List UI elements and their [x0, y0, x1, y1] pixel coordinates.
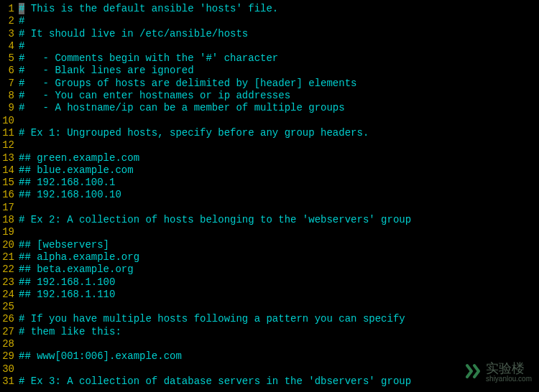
- code-line[interactable]: 28: [0, 338, 539, 350]
- code-line[interactable]: 4#: [0, 40, 539, 52]
- line-content: ## www[001:006].example.com: [17, 350, 182, 363]
- code-line[interactable]: 29## www[001:006].example.com: [0, 350, 539, 363]
- line-number: 30: [0, 363, 17, 375]
- line-content: ## 192.168.1.110: [17, 289, 115, 301]
- line-number: 13: [0, 152, 17, 164]
- code-line[interactable]: 20## [webservers]: [0, 239, 539, 251]
- line-content: # Ex 1: Ungrouped hosts, specify before …: [17, 127, 369, 139]
- code-line[interactable]: 6# - Blank lines are ignored: [0, 65, 539, 77]
- line-content: # - Blank lines are ignored: [17, 65, 194, 77]
- line-number: 9: [0, 102, 17, 114]
- line-content: # This is the default ansible 'hosts' fi…: [17, 3, 278, 15]
- line-content: ## 192.168.100.1: [17, 177, 115, 189]
- line-number: 2: [0, 15, 17, 27]
- line-content: [17, 301, 19, 313]
- line-number: 11: [0, 127, 17, 139]
- line-number: 3: [0, 28, 17, 40]
- line-number: 27: [0, 326, 17, 338]
- code-line[interactable]: 31# Ex 3: A collection of database serve…: [0, 375, 539, 388]
- code-line[interactable]: 14## blue.example.com: [0, 164, 539, 177]
- code-line[interactable]: 11# Ex 1: Ungrouped hosts, specify befor…: [0, 127, 539, 139]
- code-line[interactable]: 8# - You can enter hostnames or ip addre…: [0, 90, 539, 102]
- line-content: # - Comments begin with the '#' characte…: [17, 52, 278, 65]
- line-content: ## alpha.example.org: [17, 251, 139, 263]
- line-content: ## green.example.com: [17, 152, 139, 164]
- line-number: 1: [0, 3, 17, 15]
- code-line[interactable]: 16## 192.168.100.10: [0, 189, 539, 201]
- line-number: 12: [0, 139, 17, 151]
- line-content: ## beta.example.org: [17, 263, 134, 276]
- line-number: 7: [0, 78, 17, 90]
- line-content: # - Groups of hosts are delimited by [he…: [17, 78, 356, 90]
- code-line[interactable]: 23## 192.168.1.100: [0, 276, 539, 289]
- line-content: #: [17, 40, 24, 52]
- code-line[interactable]: 2#: [0, 15, 539, 27]
- code-line[interactable]: 5# - Comments begin with the '#' charact…: [0, 52, 539, 65]
- line-content: # Ex 3: A collection of database servers…: [17, 375, 411, 388]
- line-content: # - You can enter hostnames or ip addres…: [17, 90, 290, 102]
- code-line[interactable]: 26# If you have multiple hosts following…: [0, 313, 539, 325]
- line-number: 19: [0, 226, 17, 238]
- line-number: 14: [0, 164, 17, 177]
- line-content: [17, 226, 19, 238]
- line-number: 10: [0, 115, 17, 127]
- code-line[interactable]: 13## green.example.com: [0, 152, 539, 164]
- line-content: # It should live in /etc/ansible/hosts: [17, 28, 248, 40]
- line-content: [17, 139, 19, 151]
- line-number: 26: [0, 313, 17, 325]
- line-content: # - A hostname/ip can be a member of mul…: [17, 102, 345, 114]
- line-number: 20: [0, 239, 17, 251]
- line-content: ## 192.168.100.10: [17, 189, 121, 201]
- code-line[interactable]: 15## 192.168.100.1: [0, 177, 539, 189]
- code-line[interactable]: 7# - Groups of hosts are delimited by [h…: [0, 78, 539, 90]
- code-line[interactable]: 19: [0, 226, 539, 238]
- line-content: # them like this:: [17, 326, 121, 338]
- line-content: #: [17, 15, 24, 27]
- code-line[interactable]: 22## beta.example.org: [0, 263, 539, 276]
- code-line[interactable]: 10: [0, 115, 539, 127]
- line-number: 5: [0, 52, 17, 65]
- line-number: 29: [0, 350, 17, 363]
- line-number: 31: [0, 375, 17, 388]
- cursor: #: [19, 3, 24, 14]
- line-content: [17, 115, 19, 127]
- line-number: 21: [0, 251, 17, 263]
- line-number: 18: [0, 214, 17, 226]
- line-number: 6: [0, 65, 17, 77]
- code-line[interactable]: 21## alpha.example.org: [0, 251, 539, 263]
- code-line[interactable]: 24## 192.168.1.110: [0, 289, 539, 301]
- code-line[interactable]: 27# them like this:: [0, 326, 539, 338]
- line-number: 8: [0, 90, 17, 102]
- line-number: 25: [0, 301, 17, 313]
- code-line[interactable]: 18# Ex 2: A collection of hosts belongin…: [0, 214, 539, 226]
- line-number: 15: [0, 177, 17, 189]
- line-number: 24: [0, 289, 17, 301]
- code-line[interactable]: 30: [0, 363, 539, 375]
- line-number: 16: [0, 189, 17, 201]
- code-line[interactable]: 1# This is the default ansible 'hosts' f…: [0, 3, 539, 15]
- line-number: 22: [0, 263, 17, 276]
- line-number: 23: [0, 276, 17, 289]
- line-content: # If you have multiple hosts following a…: [17, 313, 405, 325]
- line-number: 17: [0, 202, 17, 214]
- line-content: ## [webservers]: [17, 239, 109, 251]
- code-line[interactable]: 17: [0, 202, 539, 214]
- code-line[interactable]: 3# It should live in /etc/ansible/hosts: [0, 28, 539, 40]
- line-number: 28: [0, 338, 17, 350]
- line-content: # Ex 2: A collection of hosts belonging …: [17, 214, 411, 226]
- line-content: [17, 202, 19, 214]
- line-content: [17, 338, 19, 350]
- code-editor[interactable]: 1# This is the default ansible 'hosts' f…: [0, 0, 539, 388]
- line-number: 4: [0, 40, 17, 52]
- line-content: ## 192.168.1.100: [17, 276, 115, 289]
- line-content: ## blue.example.com: [17, 164, 134, 177]
- code-line[interactable]: 25: [0, 301, 539, 313]
- line-content: [17, 363, 19, 375]
- code-line[interactable]: 9# - A hostname/ip can be a member of mu…: [0, 102, 539, 114]
- code-line[interactable]: 12: [0, 139, 539, 151]
